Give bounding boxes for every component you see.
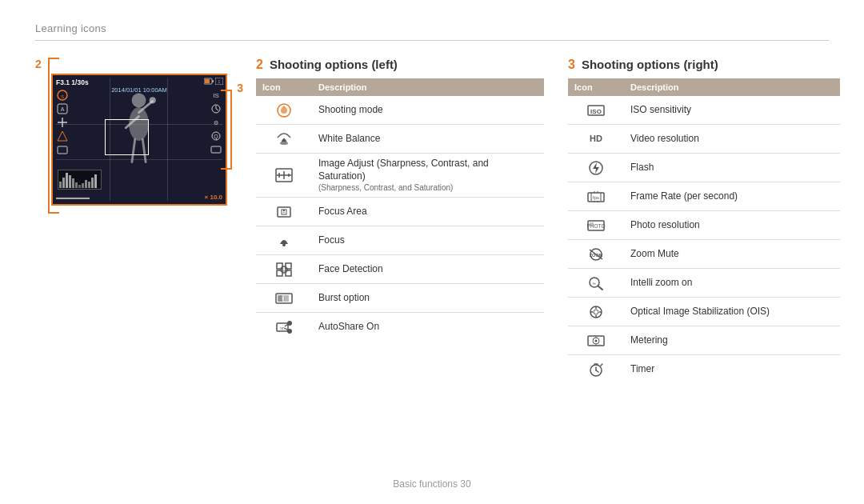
- status-indicators: 1: [204, 78, 223, 85]
- svg-marker-66: [593, 162, 599, 174]
- svg-text:S: S: [61, 94, 64, 99]
- svg-point-49: [281, 266, 287, 273]
- svg-text:ISO: ISO: [590, 107, 602, 114]
- camera-screen: F3.1 1/30s 2014/01/01 10:00AM: [51, 74, 227, 206]
- zoom-mute-icon: ZOOM: [586, 246, 606, 262]
- svg-marker-13: [58, 131, 67, 141]
- left-hud-icons: S A: [56, 90, 69, 155]
- row-flash: Flash: [568, 154, 840, 182]
- svg-point-88: [595, 339, 598, 342]
- svg-text:1: 1: [218, 79, 221, 84]
- image-adjust-sub: (Sharpness, Contrast, and Saturation): [318, 182, 538, 193]
- diagram-num-3: 3: [237, 82, 243, 94]
- row-face-detection: Face Detection: [256, 255, 544, 284]
- svg-point-58: [287, 329, 292, 334]
- svg-point-0: [132, 94, 146, 107]
- face-detection-icon: [274, 262, 294, 278]
- left-icon-col-header: Icon: [256, 78, 312, 96]
- row-image-adjust: Image Adjust (Sharpness, Contrast, and S…: [256, 154, 544, 198]
- right-section-number: 3: [568, 58, 575, 72]
- row-photo-res: PHOTO Photo resolution: [568, 211, 840, 240]
- row-zoom-mute: ZOOM Zoom Mute: [568, 240, 840, 269]
- svg-point-50: [282, 268, 284, 270]
- right-icon-col-header: Icon: [568, 78, 624, 96]
- row-timer: Timer: [568, 355, 840, 384]
- aperture-shutter: F3.1 1/30s: [56, 78, 89, 86]
- svg-rect-54: [284, 295, 289, 302]
- svg-text:PHOTO: PHOTO: [587, 223, 606, 229]
- svg-rect-22: [211, 146, 221, 153]
- svg-point-81: [594, 310, 598, 314]
- right-bracket: [221, 90, 232, 170]
- svg-text:A: A: [61, 106, 65, 112]
- row-intelli-zoom: i+ Intelli zoom on: [568, 269, 840, 298]
- svg-point-6: [150, 98, 156, 104]
- svg-point-57: [287, 321, 292, 326]
- timer-icon: [586, 362, 606, 378]
- right-section-title: Shooting options (right): [582, 58, 718, 71]
- page-title: Learning icons: [35, 22, 106, 34]
- focus-rectangle: [105, 119, 149, 155]
- svg-text:⚙: ⚙: [214, 120, 218, 126]
- right-options-table: Icon Description ISO ISO sensitivity HD …: [568, 78, 840, 384]
- histogram: [58, 170, 102, 190]
- svg-line-93: [596, 370, 598, 372]
- hud-bottom: ▬▬▬▬▬▬ × 10.0: [56, 194, 222, 201]
- svg-text:Q: Q: [214, 134, 218, 140]
- row-autoshare: on AutoShare On: [256, 313, 544, 342]
- camera-diagram: 2 F3.1 1/30s 2014/01/01 10:00AM: [35, 58, 243, 242]
- diagram-num-2: 2: [35, 58, 42, 70]
- svg-text:fps: fps: [593, 195, 599, 200]
- svg-text:HD: HD: [590, 134, 602, 143]
- right-section: 3 Shooting options (right) Icon Descript…: [568, 58, 840, 384]
- svg-line-18: [216, 109, 218, 110]
- row-focus: Focus: [256, 226, 544, 255]
- left-section-title: Shooting options (left): [270, 58, 398, 71]
- svg-rect-24: [212, 80, 214, 82]
- image-adjust-icon: [274, 167, 294, 183]
- video-res-icon: HD: [586, 131, 606, 147]
- right-table-header: Icon Description: [568, 78, 840, 96]
- burst-option-icon: [274, 290, 294, 306]
- row-shooting-mode: Shooting mode: [256, 96, 544, 125]
- svg-point-30: [280, 142, 288, 145]
- left-section: 2 Shooting options (left) Icon Descripti…: [256, 58, 544, 342]
- svg-text:i+: i+: [593, 280, 596, 285]
- left-desc-col-header: Description: [312, 78, 544, 96]
- left-options-table: Icon Description Shooting mode: [256, 78, 544, 342]
- photo-res-icon: PHOTO: [586, 218, 606, 234]
- right-section-header: 3 Shooting options (right): [568, 58, 840, 72]
- iso-icon: ISO: [586, 102, 606, 118]
- intelli-zoom-icon: i+: [586, 275, 606, 291]
- top-divider: [35, 40, 829, 41]
- image-adjust-label: Image Adjust (Sharpness, Contrast, and S…: [318, 158, 538, 182]
- svg-text:+: +: [283, 210, 286, 214]
- svg-rect-14: [58, 146, 67, 154]
- autoshare-icon: on: [274, 319, 294, 335]
- ois-icon: [586, 304, 606, 320]
- svg-text:on: on: [280, 326, 285, 330]
- row-metering: Metering: [568, 326, 840, 355]
- focus-icon: [274, 233, 294, 249]
- metering-icon: [586, 333, 606, 349]
- svg-rect-73: [590, 222, 594, 226]
- hud-top: F3.1 1/30s: [56, 78, 222, 86]
- svg-rect-25: [205, 79, 210, 83]
- svg-text:IS: IS: [213, 92, 219, 99]
- row-iso: ISO ISO sensitivity: [568, 96, 840, 125]
- left-table-header: Icon Description: [256, 78, 544, 96]
- frame-rate-icon: fps: [586, 189, 606, 205]
- right-desc-col-header: Description: [624, 78, 840, 96]
- row-video-res: HD Video resolution: [568, 125, 840, 154]
- row-frame-rate: fps Frame Rate (per second): [568, 182, 840, 211]
- flash-icon: [586, 160, 606, 176]
- svg-point-29: [281, 107, 287, 114]
- svg-line-78: [598, 286, 603, 290]
- shooting-mode-icon: [274, 102, 294, 118]
- row-focus-area: + Focus Area: [256, 198, 544, 226]
- row-ois: Optical Image Stabilization (OIS): [568, 298, 840, 326]
- focus-area-icon: +: [274, 204, 294, 220]
- left-section-number: 2: [256, 58, 263, 72]
- footer: Basic functions 30: [0, 478, 864, 490]
- white-balance-icon: [274, 131, 294, 147]
